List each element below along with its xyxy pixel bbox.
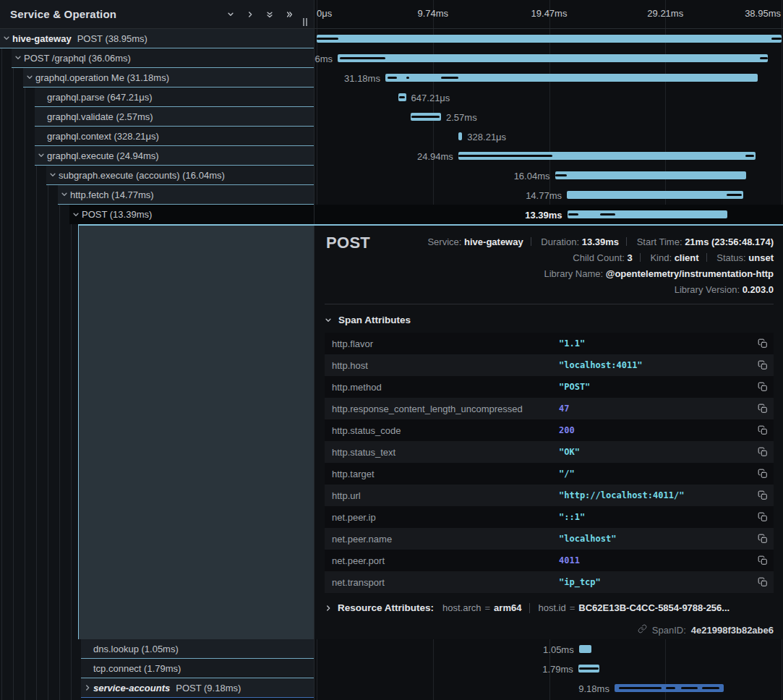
link-icon[interactable]	[638, 624, 647, 636]
resource-attributes-row: Resource Attributes: host.arch = arm64 h…	[325, 602, 729, 613]
library-version-value: 0.203.0	[743, 284, 774, 295]
expand-all-icon-chevron-icon[interactable]	[286, 11, 294, 18]
resource-attributes-title: Resource Attributes:	[338, 602, 434, 613]
attribute-key: http.flavor	[332, 338, 373, 349]
copy-icon[interactable]	[758, 404, 768, 414]
library-name-label: Library Name:	[544, 268, 603, 279]
column-resize-grip[interactable]	[303, 18, 307, 26]
critical-path-segment	[411, 116, 440, 118]
operation-label: graphql.validate (2.57ms)	[47, 111, 153, 122]
duration-label: Duration:	[541, 236, 579, 247]
span-row-name[interactable]: dns.lookup (1.05ms)	[81, 639, 314, 659]
span-duration-bar[interactable]	[579, 645, 591, 653]
copy-icon[interactable]	[758, 469, 768, 479]
chevron-down-icon[interactable]	[48, 171, 57, 179]
span-row-name[interactable]: graphql.parse (647.21μs)	[35, 88, 314, 107]
critical-path-segment	[579, 667, 599, 670]
copy-icon[interactable]	[758, 425, 768, 435]
attribute-value: "POST"	[559, 382, 590, 392]
span-row-name[interactable]: http.fetch (14.77ms)	[58, 185, 314, 205]
span-row-name[interactable]: graphql.context (328.21μs)	[35, 127, 314, 146]
span-row-name[interactable]: hive-gatewayPOST (38.95ms)	[0, 29, 314, 48]
collapse-one-icon-chevron-icon[interactable]	[227, 11, 234, 18]
collapse-all-icon-chevron-icon[interactable]	[266, 11, 273, 19]
span-duration-label: 36.06ms	[314, 54, 333, 64]
critical-path-segment	[406, 77, 409, 79]
operation-label: POST /graphql (36.06ms)	[24, 53, 131, 64]
attribute-key: http.host	[332, 360, 368, 371]
attribute-row: http.status_text"OK"	[325, 441, 774, 463]
chevron-down-icon[interactable]	[60, 191, 69, 198]
chevron-down-icon[interactable]	[2, 35, 11, 42]
chevron-down-icon[interactable]	[25, 74, 34, 81]
critical-path-segment	[771, 38, 782, 40]
chevron-right-icon[interactable]	[325, 605, 332, 612]
span-duration-label: 1.79ms	[542, 664, 573, 675]
attribute-value: "/"	[559, 469, 575, 479]
status-label: Status:	[716, 252, 745, 263]
copy-icon[interactable]	[758, 360, 768, 370]
library-name-value: @opentelemetry/instrumentation-http	[606, 268, 774, 279]
span-duration-label: 13.39ms	[525, 210, 562, 221]
waterfall-row: 13.39ms	[315, 205, 783, 224]
attribute-key: net.transport	[332, 577, 385, 588]
span-duration-bar[interactable]	[458, 132, 462, 140]
duration-value: 13.39ms	[582, 236, 619, 247]
span-duration-bar[interactable]	[568, 210, 727, 218]
span-detail-panel: POST Service: hive-gateway Duration: 13.…	[315, 226, 783, 639]
span-duration-bar[interactable]	[555, 171, 747, 179]
copy-icon[interactable]	[758, 512, 768, 522]
service-value: hive-gateway	[464, 236, 523, 247]
span-row-name[interactable]: graphql.validate (2.57ms)	[35, 107, 314, 127]
span-duration-bar[interactable]	[317, 35, 782, 43]
attribute-row: http.response_content_length_uncompresse…	[325, 398, 774, 419]
critical-path-segment	[681, 687, 698, 689]
span-row-name[interactable]: subgraph.execute (accounts) (16.04ms)	[46, 166, 314, 185]
attribute-row: http.host"localhost:4011"	[325, 354, 774, 376]
indent-guide	[25, 0, 25, 700]
span-row-name[interactable]: tcp.connect (1.79ms)	[81, 659, 314, 678]
operation-label: graphql.context (328.21μs)	[47, 131, 159, 142]
waterfall-row: 328.21μs	[315, 127, 783, 146]
copy-icon[interactable]	[758, 490, 768, 500]
span-duration-label: 31.18ms	[344, 73, 380, 84]
span-duration-bar[interactable]	[338, 54, 768, 62]
copy-icon[interactable]	[758, 555, 768, 565]
chevron-right-icon[interactable]	[83, 684, 92, 691]
span-row-name[interactable]: POST /graphql (36.06ms)	[12, 48, 314, 68]
span-duration-bar[interactable]	[567, 191, 743, 199]
attribute-value: "::1"	[559, 512, 585, 522]
timeline-column: 0μs9.74ms19.47ms29.21ms38.95ms 36.06ms31…	[314, 0, 783, 700]
attribute-key: http.status_code	[332, 425, 401, 436]
span-row-name[interactable]: service-accountsPOST (9.18ms)	[81, 678, 314, 698]
meta-separator	[640, 253, 641, 262]
operation-label: graphql.parse (647.21μs)	[47, 92, 153, 103]
span-duration-label: 24.94ms	[417, 151, 453, 162]
detail-divider	[325, 304, 774, 304]
critical-path-segment	[555, 174, 567, 176]
span-row-name[interactable]: POST (13.39ms)	[69, 205, 314, 224]
chevron-down-icon[interactable]	[14, 54, 22, 61]
selected-span-top-border	[78, 224, 783, 226]
copy-icon[interactable]	[758, 338, 768, 349]
span-row-name[interactable]: graphql.operation Me (31.18ms)	[23, 68, 314, 88]
child-count-value: 3	[628, 252, 633, 263]
timeline-tick-label: 29.21ms	[647, 8, 683, 19]
span-attributes-toggle[interactable]: Span Attributes	[325, 315, 411, 325]
service-name-label: hive-gateway	[12, 33, 72, 44]
waterfall-row: 36.06ms	[315, 48, 783, 68]
indent-guide	[13, 0, 14, 700]
copy-icon[interactable]	[758, 447, 768, 457]
expand-one-icon-chevron-icon[interactable]	[247, 11, 254, 18]
copy-icon[interactable]	[758, 382, 768, 392]
waterfall-row: 1.79ms	[315, 659, 783, 678]
span-row-name[interactable]: graphql.execute (24.94ms)	[35, 146, 314, 166]
copy-icon[interactable]	[758, 577, 768, 587]
copy-icon[interactable]	[758, 534, 768, 544]
equals-sign: =	[485, 602, 491, 613]
attribute-key: http.target	[332, 469, 375, 479]
critical-path-segment	[745, 155, 754, 157]
chevron-down-icon[interactable]	[37, 152, 46, 159]
chevron-down-icon[interactable]	[72, 211, 80, 218]
trace-viewer: 0μs9.74ms19.47ms29.21ms38.95ms 36.06ms31…	[0, 0, 783, 700]
